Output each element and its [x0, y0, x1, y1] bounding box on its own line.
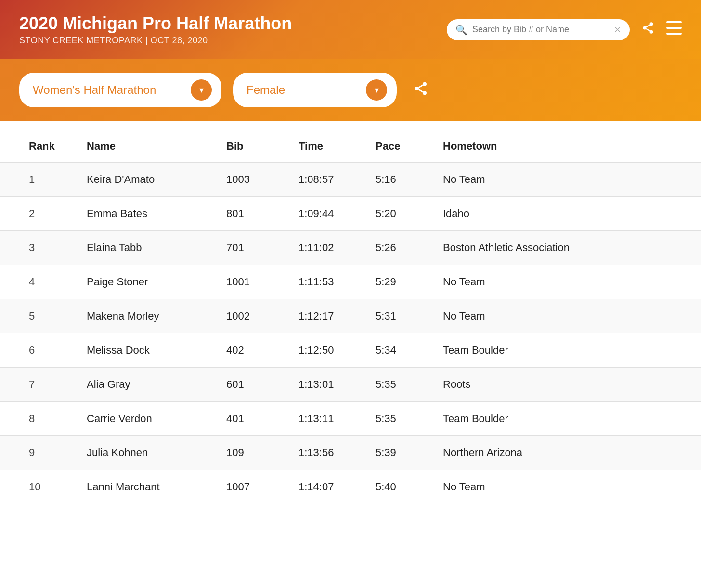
cell-time: 1:12:17: [289, 299, 366, 333]
race-filter-chevron[interactable]: ▾: [191, 79, 212, 101]
cell-name: Lanni Marchant: [58, 470, 212, 504]
cell-hometown: No Team: [433, 163, 701, 197]
svg-point-1: [643, 26, 647, 30]
table-row[interactable]: 2 Emma Bates 801 1:09:44 5:20 Idaho: [0, 197, 701, 231]
cell-rank: 6: [0, 333, 58, 368]
gender-filter-dropdown[interactable]: Female ▾: [233, 73, 397, 107]
cell-pace: 5:31: [366, 299, 433, 333]
menu-icon[interactable]: [666, 21, 682, 38]
cell-rank: 3: [0, 231, 58, 265]
cell-time: 1:13:11: [289, 402, 366, 436]
cell-rank: 2: [0, 197, 58, 231]
gender-filter-chevron[interactable]: ▾: [366, 79, 387, 101]
cell-pace: 5:26: [366, 231, 433, 265]
share-icon[interactable]: [641, 21, 655, 38]
cell-name: Makena Morley: [58, 299, 212, 333]
cell-rank: 7: [0, 368, 58, 402]
table-body: 1 Keira D'Amato 1003 1:08:57 5:16 No Tea…: [0, 163, 701, 504]
table-row[interactable]: 9 Julia Kohnen 109 1:13:56 5:39 Northern…: [0, 436, 701, 470]
cell-rank: 5: [0, 299, 58, 333]
event-details: STONY CREEK METROPARK | OCT 28, 2020: [19, 36, 292, 46]
svg-line-11: [418, 89, 423, 92]
cell-time: 1:11:02: [289, 231, 366, 265]
cell-pace: 5:29: [366, 265, 433, 299]
cell-hometown: Northern Arizona: [433, 436, 701, 470]
clear-search-icon[interactable]: ✕: [614, 25, 621, 35]
cell-pace: 5:35: [366, 368, 433, 402]
table-row[interactable]: 7 Alia Gray 601 1:13:01 5:35 Roots: [0, 368, 701, 402]
chevron-down-icon: ▾: [199, 85, 204, 95]
search-bar[interactable]: 🔍 ✕: [447, 19, 630, 40]
cell-pace: 5:35: [366, 402, 433, 436]
cell-time: 1:13:56: [289, 436, 366, 470]
cell-name: Alia Gray: [58, 368, 212, 402]
table-row[interactable]: 4 Paige Stoner 1001 1:11:53 5:29 No Team: [0, 265, 701, 299]
cell-bib: 1002: [212, 299, 289, 333]
cell-name: Julia Kohnen: [58, 436, 212, 470]
cell-pace: 5:39: [366, 436, 433, 470]
svg-point-2: [650, 30, 653, 34]
cell-name: Melissa Dock: [58, 333, 212, 368]
cell-time: 1:11:53: [289, 265, 366, 299]
svg-line-3: [646, 29, 650, 31]
svg-rect-7: [666, 33, 682, 35]
table-row[interactable]: 10 Lanni Marchant 1007 1:14:07 5:40 No T…: [0, 470, 701, 504]
filter-share-icon[interactable]: [413, 81, 428, 100]
header-right: 🔍 ✕: [447, 19, 682, 40]
cell-hometown: Roots: [433, 368, 701, 402]
cell-name: Paige Stoner: [58, 265, 212, 299]
cell-pace: 5:20: [366, 197, 433, 231]
results-table: Rank Name Bib Time Pace Hometown 1 Keira…: [0, 130, 701, 504]
filter-bar: Women's Half Marathon ▾ Female ▾: [0, 59, 701, 121]
table-row[interactable]: 8 Carrie Verdon 401 1:13:11 5:35 Team Bo…: [0, 402, 701, 436]
svg-line-12: [418, 85, 423, 87]
cell-bib: 1003: [212, 163, 289, 197]
cell-rank: 10: [0, 470, 58, 504]
cell-hometown: Idaho: [433, 197, 701, 231]
cell-time: 1:14:07: [289, 470, 366, 504]
col-header-name: Name: [58, 130, 212, 163]
cell-bib: 402: [212, 333, 289, 368]
cell-bib: 109: [212, 436, 289, 470]
cell-time: 1:12:50: [289, 333, 366, 368]
event-title: 2020 Michigan Pro Half Marathon: [19, 13, 292, 34]
search-icon: 🔍: [455, 24, 467, 36]
cell-rank: 4: [0, 265, 58, 299]
cell-name: Emma Bates: [58, 197, 212, 231]
cell-rank: 1: [0, 163, 58, 197]
svg-point-8: [423, 82, 427, 86]
col-header-hometown: Hometown: [433, 130, 701, 163]
cell-pace: 5:40: [366, 470, 433, 504]
results-table-container: Rank Name Bib Time Pace Hometown 1 Keira…: [0, 121, 701, 504]
race-filter-dropdown[interactable]: Women's Half Marathon ▾: [19, 73, 221, 107]
table-header: Rank Name Bib Time Pace Hometown: [0, 130, 701, 163]
gender-filter-label: Female: [247, 83, 285, 97]
header-left: 2020 Michigan Pro Half Marathon STONY CR…: [19, 13, 292, 46]
svg-line-4: [646, 25, 650, 27]
cell-rank: 9: [0, 436, 58, 470]
table-row[interactable]: 6 Melissa Dock 402 1:12:50 5:34 Team Bou…: [0, 333, 701, 368]
cell-time: 1:08:57: [289, 163, 366, 197]
cell-hometown: Team Boulder: [433, 333, 701, 368]
header: 2020 Michigan Pro Half Marathon STONY CR…: [0, 0, 701, 59]
svg-rect-5: [666, 21, 682, 23]
svg-point-9: [415, 87, 419, 90]
cell-hometown: Boston Athletic Association: [433, 231, 701, 265]
table-row[interactable]: 1 Keira D'Amato 1003 1:08:57 5:16 No Tea…: [0, 163, 701, 197]
cell-hometown: No Team: [433, 265, 701, 299]
svg-point-0: [650, 22, 653, 26]
search-input[interactable]: [472, 25, 609, 35]
col-header-pace: Pace: [366, 130, 433, 163]
cell-bib: 1001: [212, 265, 289, 299]
table-header-row: Rank Name Bib Time Pace Hometown: [0, 130, 701, 163]
cell-name: Elaina Tabb: [58, 231, 212, 265]
cell-bib: 401: [212, 402, 289, 436]
table-row[interactable]: 3 Elaina Tabb 701 1:11:02 5:26 Boston At…: [0, 231, 701, 265]
table-row[interactable]: 5 Makena Morley 1002 1:12:17 5:31 No Tea…: [0, 299, 701, 333]
cell-name: Carrie Verdon: [58, 402, 212, 436]
cell-bib: 601: [212, 368, 289, 402]
cell-bib: 701: [212, 231, 289, 265]
cell-pace: 5:34: [366, 333, 433, 368]
cell-hometown: No Team: [433, 299, 701, 333]
col-header-time: Time: [289, 130, 366, 163]
